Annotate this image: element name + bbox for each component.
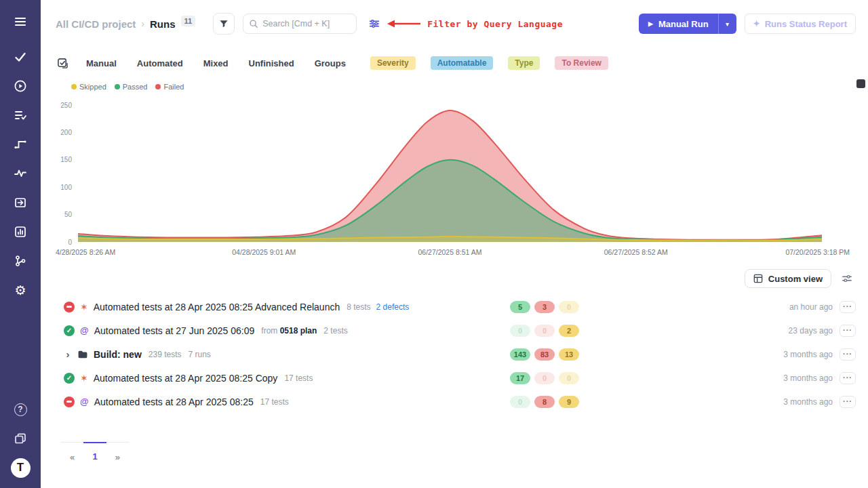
table-row[interactable]: ✓ ✶ Automated tests at 28 Apr 2025 08:25… (41, 366, 868, 390)
sparkles-icon: ✦ (753, 19, 760, 28)
failed-dot-icon (155, 84, 161, 89)
run-title: Automated tests at 28 Apr 2025 08:25 Adv… (94, 302, 340, 312)
runs-play-icon[interactable] (9, 75, 31, 97)
page-title: Runs (150, 18, 176, 30)
failed-count-badge: 8 (534, 396, 555, 408)
failed-count-badge: 3 (534, 301, 555, 313)
table-row[interactable]: ✓ @ Automated tests at 27 Jun 2025 06:09… (41, 319, 868, 342)
svg-text:07/20/2025 3:18 PM: 07/20/2025 3:18 PM (785, 248, 850, 256)
row-menu-button[interactable]: ··· (840, 348, 856, 361)
runs-count-badge: 11 (181, 16, 196, 26)
passed-count-badge: 17 (510, 372, 530, 384)
run-time: 3 months ago (580, 397, 833, 407)
row-menu-button[interactable]: ··· (840, 396, 856, 408)
manual-run-label: Manual Run (658, 19, 709, 29)
pagination-prev-button[interactable]: « (61, 443, 83, 466)
pagination-next-button[interactable]: » (106, 443, 129, 466)
passed-count-badge: 5 (510, 301, 530, 313)
tab-automated[interactable]: Automated (137, 58, 183, 68)
app-logo[interactable]: T (9, 457, 31, 479)
pagination-page-1[interactable]: 1 (83, 442, 106, 465)
failed-count-badge: 83 (534, 348, 555, 361)
status-failed-icon (64, 396, 75, 407)
svg-text:06/27/2025 8:51 AM: 06/27/2025 8:51 AM (418, 248, 482, 256)
tab-manual[interactable]: Manual (86, 58, 117, 68)
expand-chevron-icon[interactable]: › (64, 348, 72, 360)
result-badges: 5 3 0 (510, 301, 580, 313)
main-content: All CI/CD project › Runs 11 Filter by Qu… (41, 0, 868, 488)
pill-automatable[interactable]: Automatable (431, 56, 494, 70)
annotation-text: Filter by Query Language (427, 19, 563, 29)
search-input[interactable] (262, 19, 344, 28)
tests-check-icon[interactable] (9, 46, 31, 68)
table-row[interactable]: › Build: new 239 tests 7 runs 143 83 13 … (41, 342, 868, 366)
status-passed-icon: ✓ (64, 325, 75, 336)
legend-skipped[interactable]: Skipped (71, 83, 106, 91)
projects-copy-icon[interactable] (9, 428, 31, 449)
run-plan-meta: from 0518 plan (261, 326, 317, 336)
breadcrumb-project[interactable]: All CI/CD project (56, 18, 136, 30)
select-runs-icon[interactable] (57, 58, 68, 69)
settings-gear-icon[interactable]: ⚙ (9, 279, 31, 301)
search-icon (249, 19, 258, 28)
skipped-dot-icon (71, 84, 77, 89)
table-row[interactable]: ✶ Automated tests at 28 Apr 2025 08:25 A… (41, 295, 868, 319)
row-menu-button[interactable]: ··· (840, 372, 856, 384)
runs-area-chart: 0501001502002504/28/2025 8:26 AM04/28/20… (41, 95, 868, 264)
annotation-overlay: Filter by Query Language (387, 19, 563, 29)
result-badges: 143 83 13 (510, 348, 580, 361)
view-settings-icon[interactable] (838, 270, 856, 287)
row-menu-button[interactable]: ··· (840, 325, 856, 337)
pill-to-review[interactable]: To Review (555, 56, 608, 70)
legend-skipped-label: Skipped (79, 83, 106, 91)
branches-icon[interactable] (9, 250, 31, 272)
defects-link[interactable]: 2 defects (376, 302, 410, 312)
manual-run-dropdown-button[interactable]: ▾ (719, 14, 736, 34)
status-passed-icon: ✓ (64, 373, 75, 384)
result-badges: 0 0 2 (510, 325, 580, 337)
runs-chart-section: Skipped Passed Failed 0501001502002504/2… (41, 76, 868, 264)
passed-count-badge: 0 (510, 325, 530, 337)
framework-icon: @ (80, 326, 89, 335)
run-tests-count: 17 tests (284, 373, 313, 383)
analytics-icon[interactable] (9, 221, 31, 243)
tab-groups[interactable]: Groups (315, 58, 346, 68)
tab-mixed[interactable]: Mixed (203, 58, 229, 68)
help-icon[interactable]: ? (9, 399, 31, 420)
pill-severity[interactable]: Severity (370, 56, 416, 70)
failed-count-badge: 0 (534, 372, 555, 384)
run-time: an hour ago (580, 302, 833, 312)
manual-run-button[interactable]: ▶ Manual Run ▾ (639, 14, 736, 34)
plans-list-icon[interactable] (9, 104, 31, 126)
menu-icon[interactable] (9, 11, 31, 33)
search-box[interactable] (243, 14, 357, 34)
row-menu-button[interactable]: ··· (840, 301, 856, 313)
run-title: Automated tests at 28 Apr 2025 08:25 Cop… (94, 373, 278, 384)
runs-status-report-button[interactable]: ✦ Runs Status Report (745, 14, 856, 34)
table-view-icon (753, 274, 763, 283)
runs-status-report-label: Runs Status Report (765, 19, 847, 29)
tab-unfinished[interactable]: Unfinished (249, 58, 294, 68)
skipped-count-badge: 0 (559, 301, 579, 313)
table-row[interactable]: @ Automated tests at 28 Apr 2025 08:25 1… (41, 390, 868, 413)
folder-icon (77, 349, 88, 360)
legend-failed[interactable]: Failed (155, 83, 184, 91)
filter-funnel-button[interactable] (213, 13, 235, 35)
chart-legend: Skipped Passed Failed (41, 76, 868, 92)
custom-view-button[interactable]: Custom view (745, 269, 831, 288)
svg-text:250: 250 (60, 102, 72, 109)
legend-passed[interactable]: Passed (115, 83, 148, 91)
collision-icon: ✶ (80, 373, 88, 383)
svg-text:150: 150 (60, 156, 72, 163)
run-tests-count: 17 tests (260, 397, 289, 407)
legend-failed-label: Failed (163, 83, 184, 91)
inbox-import-icon[interactable] (9, 192, 31, 214)
run-tests-count: 2 tests (323, 326, 347, 336)
flows-icon[interactable] (9, 134, 31, 155)
legend-passed-label: Passed (123, 83, 148, 91)
query-language-filter-icon[interactable] (366, 16, 382, 32)
pagination: « 1 » (61, 442, 129, 466)
pill-type[interactable]: Type (508, 56, 540, 70)
pulse-icon[interactable] (9, 163, 31, 184)
scrollbar-thumb[interactable] (856, 79, 865, 88)
